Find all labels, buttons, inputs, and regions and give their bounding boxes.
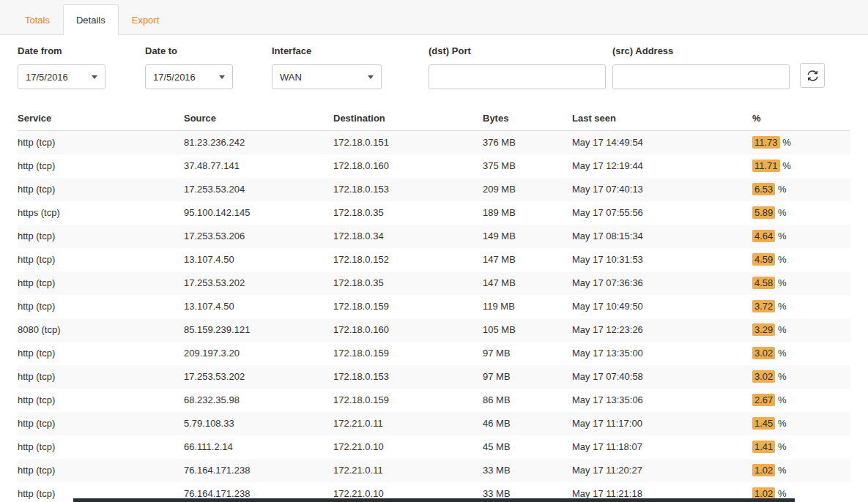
table-row: http (tcp) 209.197.3.20 172.18.0.159 97 …: [18, 342, 850, 365]
tab-totals[interactable]: Totals: [12, 4, 63, 34]
cell-source: 81.23.236.242: [184, 131, 333, 155]
percent-suffix: %: [780, 160, 791, 171]
chevron-down-icon: [368, 75, 374, 79]
tab-bar: Totals Details Export: [0, 0, 868, 35]
cell-last-seen: May 17 13:35:06: [572, 389, 752, 412]
cell-percent: 1.41 %: [752, 435, 850, 459]
cell-destination: 172.18.0.160: [333, 318, 483, 342]
traffic-table-body: http (tcp) 81.23.236.242 172.18.0.151 37…: [18, 131, 850, 502]
cell-service: https (tcp): [18, 201, 184, 225]
percent-badge: 1.02: [752, 464, 775, 476]
dst-port-label: (dst) Port: [429, 45, 606, 56]
cell-source: 68.232.35.98: [184, 389, 333, 412]
cell-percent: 4.58 %: [752, 271, 850, 295]
table-row: http (tcp) 66.111.2.14 172.21.0.10 45 MB…: [18, 435, 850, 459]
cell-service: 8080 (tcp): [18, 318, 184, 342]
cell-percent: 3.29 %: [752, 318, 850, 342]
dst-port-input[interactable]: [429, 64, 606, 89]
percent-badge: 5.89: [752, 206, 775, 219]
column-header-last-seen: Last seen: [572, 105, 752, 131]
cell-last-seen: May 17 14:49:54: [572, 131, 752, 155]
cell-bytes: 375 MB: [483, 154, 572, 178]
percent-badge: 3.29: [752, 323, 775, 336]
cell-service: http (tcp): [18, 131, 184, 155]
table-row: https (tcp) 95.100.142.145 172.18.0.35 1…: [18, 201, 850, 225]
chevron-down-icon: [219, 75, 225, 79]
cell-percent: 5.89 %: [752, 201, 850, 225]
chevron-down-icon: [92, 75, 97, 79]
table-row: http (tcp) 68.232.35.98 172.18.0.159 86 …: [18, 389, 850, 412]
table-row: http (tcp) 17.253.53.202 172.18.0.153 97…: [18, 365, 850, 389]
cell-last-seen: May 17 08:15:34: [572, 225, 752, 248]
table-row: http (tcp) 13.107.4.50 172.18.0.152 147 …: [18, 248, 850, 271]
cell-service: http (tcp): [18, 435, 184, 459]
cell-last-seen: May 17 12:23:26: [572, 318, 752, 342]
cell-service: http (tcp): [18, 225, 184, 248]
filter-src-address: (src) Address: [612, 45, 790, 89]
cell-service: http (tcp): [18, 459, 184, 482]
percent-suffix: %: [775, 207, 786, 218]
cell-percent: 3.72 %: [752, 295, 850, 318]
interface-select[interactable]: WAN: [272, 64, 382, 89]
cell-destination: 172.18.0.159: [333, 295, 483, 318]
cell-source: 95.100.142.145: [184, 201, 333, 225]
percent-suffix: %: [775, 394, 786, 405]
percent-badge: 3.02: [752, 370, 775, 383]
percent-badge: 11.71: [752, 160, 780, 172]
table-row: http (tcp) 5.79.108.33 172.21.0.11 46 MB…: [18, 412, 850, 435]
tab-export[interactable]: Export: [119, 4, 173, 34]
refresh-button[interactable]: [800, 63, 825, 88]
cell-service: http (tcp): [18, 342, 184, 365]
cell-destination: 172.18.0.152: [333, 248, 483, 271]
cell-bytes: 376 MB: [483, 131, 572, 155]
cell-destination: 172.18.0.160: [333, 154, 483, 178]
cell-percent: 3.02 %: [752, 342, 850, 365]
interface-value: WAN: [280, 72, 302, 83]
percent-suffix: %: [775, 277, 786, 288]
cell-last-seen: May 17 12:19:44: [572, 154, 752, 178]
cell-source: 13.107.4.50: [184, 295, 333, 318]
cell-bytes: 97 MB: [483, 365, 572, 389]
src-address-label: (src) Address: [612, 45, 790, 56]
cell-service: http (tcp): [18, 154, 184, 178]
table-row: 8080 (tcp) 85.159.239.121 172.18.0.160 1…: [18, 318, 850, 342]
cell-source: 17.253.53.206: [184, 225, 333, 248]
cell-bytes: 149 MB: [483, 225, 572, 248]
percent-badge: 1.41: [752, 441, 775, 453]
percent-suffix: %: [775, 231, 786, 241]
table-row: http (tcp) 37.48.77.141 172.18.0.160 375…: [18, 154, 850, 178]
cell-service: http (tcp): [18, 248, 184, 271]
percent-badge: 3.72: [752, 300, 775, 312]
cell-percent: 1.45 %: [752, 412, 850, 435]
cell-service: http (tcp): [18, 178, 184, 201]
cell-last-seen: May 17 07:36:36: [572, 271, 752, 295]
column-header-source: Source: [184, 105, 333, 131]
cell-bytes: 105 MB: [483, 318, 572, 342]
percent-suffix: %: [775, 184, 786, 195]
cell-source: 17.253.53.204: [184, 178, 333, 201]
refresh-icon: [807, 70, 818, 81]
interface-label: Interface: [272, 45, 382, 56]
column-header-bytes: Bytes: [483, 105, 572, 131]
src-address-input[interactable]: [612, 64, 790, 89]
cell-destination: 172.21.0.10: [333, 435, 483, 459]
cell-bytes: 147 MB: [483, 271, 572, 295]
table-row: http (tcp) 81.23.236.242 172.18.0.151 37…: [18, 131, 850, 155]
cell-last-seen: May 17 10:49:50: [572, 295, 752, 318]
cell-source: 209.197.3.20: [184, 342, 333, 365]
tab-details[interactable]: Details: [63, 4, 119, 35]
table-row: http (tcp) 17.253.53.202 172.18.0.35 147…: [18, 271, 850, 295]
cell-percent: 4.59 %: [752, 248, 850, 271]
filter-date-to: Date to 17/5/2016: [145, 45, 233, 89]
traffic-table-container: Service Source Destination Bytes Last se…: [0, 97, 868, 502]
cell-bytes: 189 MB: [483, 201, 572, 225]
date-from-select[interactable]: 17/5/2016: [18, 64, 105, 89]
cell-last-seen: May 17 13:35:00: [572, 342, 752, 365]
column-header-destination: Destination: [333, 105, 483, 131]
cell-destination: 172.18.0.35: [333, 201, 483, 225]
date-to-value: 17/5/2016: [153, 72, 196, 83]
date-to-label: Date to: [145, 45, 233, 56]
cell-last-seen: May 17 11:17:00: [572, 412, 752, 435]
date-to-select[interactable]: 17/5/2016: [145, 64, 233, 89]
table-row: http (tcp) 17.253.53.206 172.18.0.34 149…: [18, 225, 850, 248]
